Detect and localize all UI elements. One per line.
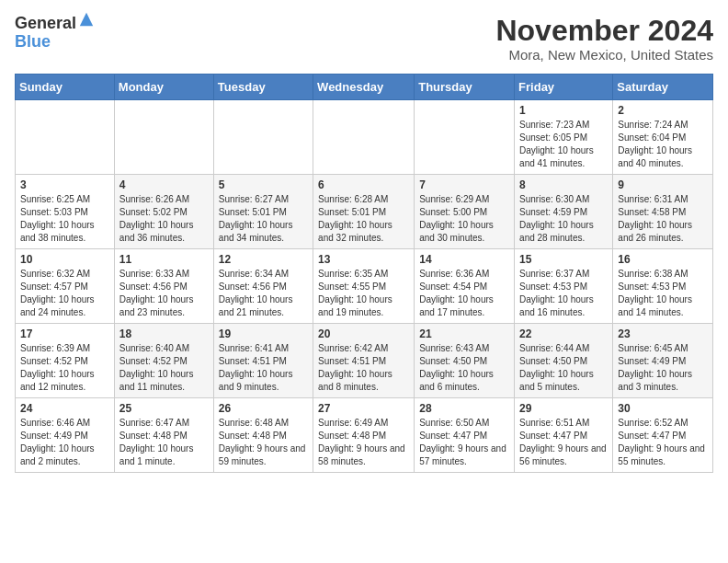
day-number: 12	[219, 253, 308, 266]
day-info: Sunrise: 6:33 AM Sunset: 4:56 PM Dayligh…	[119, 268, 209, 319]
day-number: 30	[618, 402, 708, 415]
calendar-cell: 14Sunrise: 6:36 AM Sunset: 4:54 PM Dayli…	[415, 249, 515, 324]
day-info: Sunrise: 6:27 AM Sunset: 5:01 PM Dayligh…	[219, 193, 308, 245]
day-info: Sunrise: 6:30 AM Sunset: 4:59 PM Dayligh…	[519, 193, 608, 245]
calendar-cell: 5Sunrise: 6:27 AM Sunset: 5:01 PM Daylig…	[213, 175, 313, 249]
calendar-cell: 29Sunrise: 6:51 AM Sunset: 4:47 PM Dayli…	[515, 398, 613, 473]
logo: General Blue	[15, 15, 95, 52]
calendar-cell: 3Sunrise: 6:25 AM Sunset: 5:03 PM Daylig…	[16, 175, 115, 249]
day-number: 14	[419, 253, 509, 266]
day-info: Sunrise: 6:36 AM Sunset: 4:54 PM Dayligh…	[419, 268, 509, 319]
page-header: General Blue November 2024 Mora, New Mex…	[15, 15, 713, 63]
day-number: 9	[618, 178, 708, 191]
day-info: Sunrise: 7:24 AM Sunset: 6:04 PM Dayligh…	[618, 119, 708, 170]
day-info: Sunrise: 6:49 AM Sunset: 4:48 PM Dayligh…	[318, 417, 409, 468]
day-number: 20	[318, 327, 409, 340]
calendar-cell: 15Sunrise: 6:37 AM Sunset: 4:53 PM Dayli…	[515, 249, 613, 324]
calendar-cell: 8Sunrise: 6:30 AM Sunset: 4:59 PM Daylig…	[515, 175, 613, 249]
day-info: Sunrise: 6:51 AM Sunset: 4:47 PM Dayligh…	[519, 417, 608, 468]
day-info: Sunrise: 6:52 AM Sunset: 4:47 PM Dayligh…	[618, 417, 708, 468]
calendar-cell	[114, 100, 213, 175]
day-number: 13	[318, 253, 409, 266]
day-number: 10	[20, 253, 109, 266]
day-info: Sunrise: 6:37 AM Sunset: 4:53 PM Dayligh…	[519, 268, 608, 319]
calendar-cell: 9Sunrise: 6:31 AM Sunset: 4:58 PM Daylig…	[613, 175, 713, 249]
calendar-cell: 11Sunrise: 6:33 AM Sunset: 4:56 PM Dayli…	[114, 249, 213, 324]
calendar-cell: 13Sunrise: 6:35 AM Sunset: 4:55 PM Dayli…	[313, 249, 415, 324]
logo-icon	[78, 11, 95, 28]
day-number: 4	[119, 178, 209, 191]
logo-blue: Blue	[15, 33, 76, 52]
calendar-cell: 21Sunrise: 6:43 AM Sunset: 4:50 PM Dayli…	[415, 324, 515, 398]
day-number: 16	[618, 253, 708, 266]
calendar-cell: 1Sunrise: 7:23 AM Sunset: 6:05 PM Daylig…	[515, 100, 613, 175]
calendar-cell: 22Sunrise: 6:44 AM Sunset: 4:50 PM Dayli…	[515, 324, 613, 398]
day-number: 28	[419, 402, 509, 415]
weekday-header-tuesday: Tuesday	[213, 75, 313, 100]
day-number: 27	[318, 402, 409, 415]
day-info: Sunrise: 6:32 AM Sunset: 4:57 PM Dayligh…	[20, 268, 109, 319]
day-number: 19	[219, 327, 308, 340]
day-number: 3	[20, 178, 109, 191]
calendar-cell: 18Sunrise: 6:40 AM Sunset: 4:52 PM Dayli…	[114, 324, 213, 398]
day-info: Sunrise: 6:35 AM Sunset: 4:55 PM Dayligh…	[318, 268, 409, 319]
day-number: 11	[119, 253, 209, 266]
calendar-cell: 12Sunrise: 6:34 AM Sunset: 4:56 PM Dayli…	[213, 249, 313, 324]
day-info: Sunrise: 6:25 AM Sunset: 5:03 PM Dayligh…	[20, 193, 109, 245]
weekday-header-wednesday: Wednesday	[313, 75, 415, 100]
day-number: 22	[519, 327, 608, 340]
calendar-cell: 19Sunrise: 6:41 AM Sunset: 4:51 PM Dayli…	[213, 324, 313, 398]
logo-general: General	[15, 15, 76, 33]
day-info: Sunrise: 6:29 AM Sunset: 5:00 PM Dayligh…	[419, 193, 509, 245]
day-number: 23	[618, 327, 708, 340]
day-info: Sunrise: 6:26 AM Sunset: 5:02 PM Dayligh…	[119, 193, 209, 245]
day-info: Sunrise: 6:31 AM Sunset: 4:58 PM Dayligh…	[618, 193, 708, 245]
calendar-cell: 16Sunrise: 6:38 AM Sunset: 4:53 PM Dayli…	[613, 249, 713, 324]
calendar-cell	[16, 100, 115, 175]
day-info: Sunrise: 6:41 AM Sunset: 4:51 PM Dayligh…	[219, 342, 308, 394]
day-number: 24	[20, 402, 109, 415]
calendar-cell	[415, 100, 515, 175]
weekday-header-monday: Monday	[114, 75, 213, 100]
calendar-cell: 23Sunrise: 6:45 AM Sunset: 4:49 PM Dayli…	[613, 324, 713, 398]
calendar: SundayMondayTuesdayWednesdayThursdayFrid…	[15, 74, 713, 473]
day-info: Sunrise: 6:44 AM Sunset: 4:50 PM Dayligh…	[519, 342, 608, 394]
calendar-cell: 28Sunrise: 6:50 AM Sunset: 4:47 PM Dayli…	[415, 398, 515, 473]
day-info: Sunrise: 6:48 AM Sunset: 4:48 PM Dayligh…	[219, 417, 308, 468]
weekday-header-friday: Friday	[515, 75, 613, 100]
day-number: 1	[519, 104, 608, 117]
calendar-cell: 27Sunrise: 6:49 AM Sunset: 4:48 PM Dayli…	[313, 398, 415, 473]
calendar-cell: 24Sunrise: 6:46 AM Sunset: 4:49 PM Dayli…	[16, 398, 115, 473]
day-number: 29	[519, 402, 608, 415]
calendar-cell: 2Sunrise: 7:24 AM Sunset: 6:04 PM Daylig…	[613, 100, 713, 175]
day-number: 2	[618, 104, 708, 117]
calendar-cell: 25Sunrise: 6:47 AM Sunset: 4:48 PM Dayli…	[114, 398, 213, 473]
day-number: 6	[318, 178, 409, 191]
day-info: Sunrise: 6:40 AM Sunset: 4:52 PM Dayligh…	[119, 342, 209, 394]
day-number: 26	[219, 402, 308, 415]
day-number: 18	[119, 327, 209, 340]
day-info: Sunrise: 6:34 AM Sunset: 4:56 PM Dayligh…	[219, 268, 308, 319]
day-number: 5	[219, 178, 308, 191]
weekday-header-saturday: Saturday	[613, 75, 713, 100]
day-number: 15	[519, 253, 608, 266]
day-number: 21	[419, 327, 509, 340]
day-info: Sunrise: 6:50 AM Sunset: 4:47 PM Dayligh…	[419, 417, 509, 468]
day-info: Sunrise: 6:43 AM Sunset: 4:50 PM Dayligh…	[419, 342, 509, 394]
calendar-cell: 7Sunrise: 6:29 AM Sunset: 5:00 PM Daylig…	[415, 175, 515, 249]
calendar-cell	[313, 100, 415, 175]
day-info: Sunrise: 6:46 AM Sunset: 4:49 PM Dayligh…	[20, 417, 109, 468]
calendar-cell: 30Sunrise: 6:52 AM Sunset: 4:47 PM Dayli…	[613, 398, 713, 473]
day-number: 25	[119, 402, 209, 415]
calendar-cell: 10Sunrise: 6:32 AM Sunset: 4:57 PM Dayli…	[16, 249, 115, 324]
calendar-cell	[213, 100, 313, 175]
day-info: Sunrise: 7:23 AM Sunset: 6:05 PM Dayligh…	[519, 119, 608, 170]
day-info: Sunrise: 6:45 AM Sunset: 4:49 PM Dayligh…	[618, 342, 708, 394]
day-info: Sunrise: 6:28 AM Sunset: 5:01 PM Dayligh…	[318, 193, 409, 245]
calendar-cell: 26Sunrise: 6:48 AM Sunset: 4:48 PM Dayli…	[213, 398, 313, 473]
calendar-cell: 6Sunrise: 6:28 AM Sunset: 5:01 PM Daylig…	[313, 175, 415, 249]
day-info: Sunrise: 6:39 AM Sunset: 4:52 PM Dayligh…	[20, 342, 109, 394]
svg-marker-0	[80, 13, 93, 26]
day-info: Sunrise: 6:42 AM Sunset: 4:51 PM Dayligh…	[318, 342, 409, 394]
calendar-cell: 4Sunrise: 6:26 AM Sunset: 5:02 PM Daylig…	[114, 175, 213, 249]
